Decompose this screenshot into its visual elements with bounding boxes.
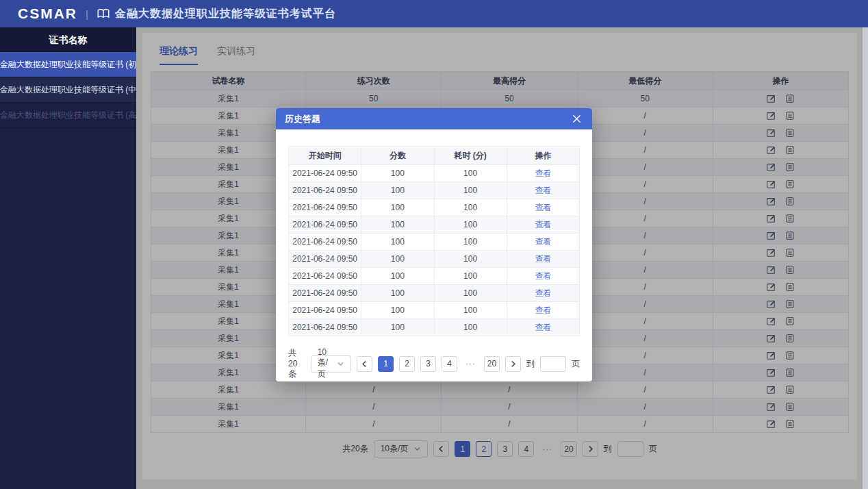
history-row: 2021-06-24 09:50100100查看	[289, 268, 580, 285]
cell: 100	[434, 251, 507, 268]
cell: 100	[434, 319, 507, 336]
action-cell: 查看	[507, 285, 579, 302]
sidebar-item-certificate-3[interactable]: 金融大数据处理职业技能等级证书 (高级)	[0, 103, 136, 128]
total-count-label: 共20条	[288, 347, 305, 380]
cell: 2021-06-24 09:50	[289, 319, 361, 336]
cell: 2021-06-24 09:50	[289, 268, 361, 285]
view-link[interactable]: 查看	[535, 203, 551, 212]
history-row: 2021-06-24 09:50100100查看	[289, 216, 580, 234]
view-link[interactable]: 查看	[535, 305, 551, 315]
column-header: 操作	[507, 147, 579, 165]
history-row: 2021-06-24 09:50100100查看	[289, 302, 580, 319]
cell: 2021-06-24 09:50	[289, 199, 361, 216]
history-row: 2021-06-24 09:50100100查看	[289, 285, 580, 302]
page-button-4[interactable]: 4	[442, 356, 457, 372]
platform-title: 金融大数据处理职业技能等级证书考试平台	[115, 7, 336, 21]
modal-title: 历史答题	[285, 113, 320, 125]
view-link[interactable]: 查看	[535, 254, 551, 264]
cell: 100	[361, 319, 434, 336]
certificate-list: 金融大数据处理职业技能等级证书 (初级)金融大数据处理职业技能等级证书 (中级)…	[0, 52, 136, 128]
cell: 100	[361, 234, 434, 251]
cell: 2021-06-24 09:50	[289, 165, 361, 182]
page-button-1[interactable]: 1	[378, 356, 394, 372]
view-link[interactable]: 查看	[535, 168, 551, 178]
goto-page-input[interactable]	[540, 356, 566, 372]
cell: 100	[434, 165, 507, 182]
cell: 100	[434, 302, 507, 319]
cell: 100	[361, 199, 434, 216]
history-row: 2021-06-24 09:50100100查看	[289, 182, 580, 199]
column-header: 开始时间	[289, 147, 361, 165]
cell: 2021-06-24 09:50	[289, 234, 361, 251]
action-cell: 查看	[507, 182, 579, 199]
page-unit-label: 页	[572, 358, 580, 370]
cell: 100	[434, 234, 507, 251]
sidebar-item-certificate-2[interactable]: 金融大数据处理职业技能等级证书 (中级)	[0, 77, 136, 103]
goto-label: 到	[526, 358, 535, 370]
cell: 100	[361, 182, 434, 199]
cell: 100	[361, 302, 434, 319]
action-cell: 查看	[507, 165, 579, 182]
action-cell: 查看	[507, 199, 579, 216]
history-modal: 历史答题 开始时间分数耗时 (分)操作 2021-06-24 09:501001…	[276, 108, 592, 381]
view-link[interactable]: 查看	[535, 323, 551, 332]
cell: 100	[434, 216, 507, 234]
sidebar: 证书名称 金融大数据处理职业技能等级证书 (初级)金融大数据处理职业技能等级证书…	[0, 27, 136, 489]
view-link[interactable]: 查看	[535, 237, 551, 247]
book-icon	[97, 8, 110, 19]
app-header: CSMAR | 金融大数据处理职业技能等级证书考试平台	[0, 0, 868, 27]
page-size-select[interactable]: 10条/页	[311, 355, 351, 373]
prev-page-button[interactable]	[357, 356, 372, 372]
chevron-down-icon	[337, 360, 344, 368]
page-size-value: 10条/页	[318, 347, 331, 380]
action-cell: 查看	[507, 216, 579, 234]
action-cell: 查看	[507, 302, 579, 319]
action-cell: 查看	[507, 251, 579, 268]
cell: 100	[434, 182, 507, 199]
view-link[interactable]: 查看	[535, 220, 551, 229]
cell: 2021-06-24 09:50	[289, 216, 361, 234]
cell: 100	[361, 285, 434, 302]
history-row: 2021-06-24 09:50100100查看	[289, 165, 580, 182]
cell: 100	[361, 165, 434, 182]
close-icon[interactable]	[570, 112, 583, 125]
cell: 100	[434, 285, 507, 302]
cell: 2021-06-24 09:50	[289, 251, 361, 268]
page-button-3[interactable]: 3	[420, 356, 436, 372]
sidebar-title: 证书名称	[0, 27, 136, 52]
cell: 100	[434, 268, 507, 285]
cell: 2021-06-24 09:50	[289, 302, 361, 319]
sidebar-item-certificate-1[interactable]: 金融大数据处理职业技能等级证书 (初级)	[0, 52, 136, 77]
cell: 2021-06-24 09:50	[289, 285, 361, 302]
action-cell: 查看	[507, 319, 579, 336]
modal-body: 开始时间分数耗时 (分)操作 2021-06-24 09:50100100查看2…	[276, 129, 592, 380]
view-link[interactable]: 查看	[535, 288, 551, 298]
history-row: 2021-06-24 09:50100100查看	[289, 251, 580, 268]
view-link[interactable]: 查看	[535, 186, 551, 195]
csmar-logo: CSMAR	[18, 5, 77, 22]
action-cell: 查看	[507, 234, 579, 251]
column-header: 分数	[361, 147, 434, 165]
column-header: 耗时 (分)	[434, 147, 507, 165]
view-link[interactable]: 查看	[535, 271, 551, 281]
scrollbar[interactable]	[863, 0, 868, 489]
history-row: 2021-06-24 09:50100100查看	[289, 234, 580, 251]
history-table: 开始时间分数耗时 (分)操作 2021-06-24 09:50100100查看2…	[288, 146, 580, 336]
cell: 2021-06-24 09:50	[289, 182, 361, 199]
cell: 100	[361, 251, 434, 268]
pagination-ellipsis: ···	[463, 356, 478, 372]
next-page-button[interactable]	[505, 356, 521, 372]
history-pagination: 共20条10条/页 1234···20 到页	[288, 347, 580, 380]
action-cell: 查看	[507, 268, 579, 285]
cell: 100	[361, 216, 434, 234]
cell: 100	[361, 268, 434, 285]
page-button-2[interactable]: 2	[399, 356, 415, 372]
modal-header: 历史答题	[276, 108, 592, 129]
cell: 100	[434, 199, 507, 216]
page-button-20[interactable]: 20	[484, 356, 500, 372]
header-separator: |	[86, 8, 88, 20]
history-row: 2021-06-24 09:50100100查看	[289, 319, 580, 336]
history-row: 2021-06-24 09:50100100查看	[289, 199, 580, 216]
